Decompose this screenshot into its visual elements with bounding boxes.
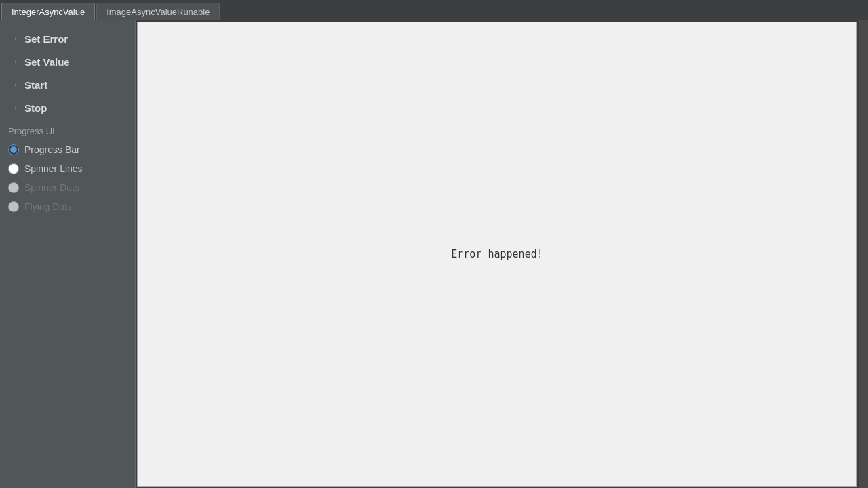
radio-group-progress-ui: Progress Bar Spinner Lines Spinner Dots … [0, 140, 135, 216]
radio-label-spinner-lines: Spinner Lines [24, 163, 83, 174]
radio-progress-bar[interactable] [8, 144, 19, 155]
arrow-icon-set-error: → [8, 33, 19, 45]
radio-label-progress-bar: Progress Bar [24, 144, 80, 155]
sidebar-item-label-set-error: Set Error [24, 33, 68, 45]
main-area: → Set Error → Set Value → Start → Stop P… [0, 20, 868, 488]
sidebar-item-stop[interactable]: → Stop [0, 96, 135, 119]
radio-label-flying-dots: Flying Dots [24, 201, 72, 212]
radio-spinner-lines[interactable] [8, 163, 19, 174]
arrow-icon-start: → [8, 79, 19, 91]
sidebar-item-set-error[interactable]: → Set Error [0, 27, 135, 50]
tab-bar: IntegerAsyncValue ImageAsyncValueRunable [0, 0, 868, 20]
scrollbar-track[interactable] [859, 20, 868, 488]
radio-item-spinner-dots[interactable]: Spinner Dots [7, 180, 128, 196]
tab-image-async-value-runable[interactable]: ImageAsyncValueRunable [96, 3, 220, 20]
sidebar-item-start[interactable]: → Start [0, 73, 135, 96]
tab-integer-async-value[interactable]: IntegerAsyncValue [1, 3, 95, 20]
sidebar-item-label-set-value: Set Value [24, 56, 70, 68]
radio-item-flying-dots[interactable]: Flying Dots [7, 199, 128, 215]
radio-label-spinner-dots: Spinner Dots [24, 182, 79, 193]
sidebar-item-label-stop: Stop [24, 102, 47, 114]
radio-spinner-dots[interactable] [8, 182, 19, 193]
content-panel: Error happened! [137, 22, 857, 487]
sidebar-item-set-value[interactable]: → Set Value [0, 50, 135, 73]
error-message: Error happened! [451, 248, 542, 260]
progress-ui-section-label: Progress UI [0, 119, 135, 140]
radio-item-spinner-lines[interactable]: Spinner Lines [7, 161, 128, 177]
app-container: IntegerAsyncValue ImageAsyncValueRunable… [0, 0, 868, 488]
radio-flying-dots[interactable] [8, 201, 19, 212]
radio-item-progress-bar[interactable]: Progress Bar [7, 142, 128, 158]
arrow-icon-set-value: → [8, 56, 19, 68]
arrow-icon-stop: → [8, 102, 19, 114]
sidebar-item-label-start: Start [24, 79, 47, 91]
sidebar: → Set Error → Set Value → Start → Stop P… [0, 20, 136, 488]
